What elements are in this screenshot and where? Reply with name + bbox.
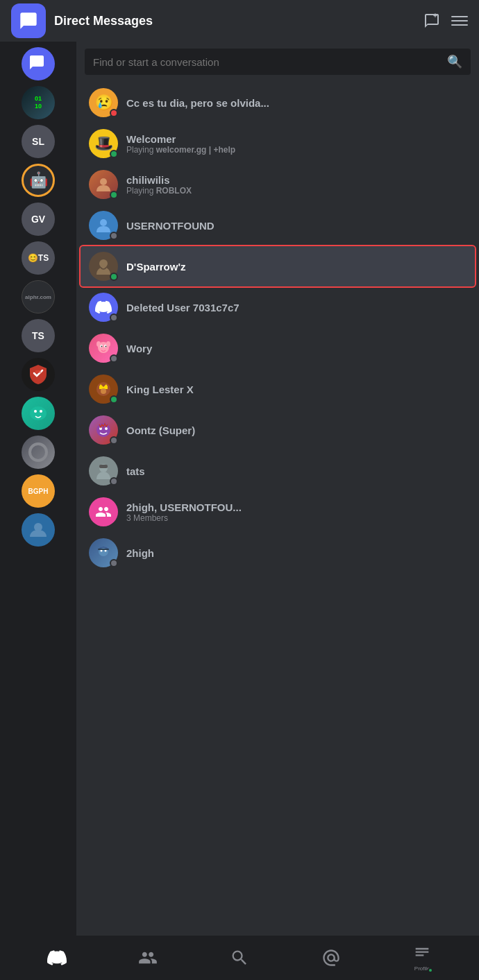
status-dot-online	[110, 273, 118, 281]
svg-point-10	[99, 259, 108, 268]
mentions-nav-icon	[321, 948, 341, 968]
dm-info: Wory	[126, 343, 467, 354]
list-item[interactable]: Oontz (Super)	[81, 410, 475, 450]
avatar-wrap	[89, 456, 118, 485]
status-dot-online	[110, 150, 118, 158]
sidebar-item-lego[interactable]: 🤖	[22, 164, 55, 197]
status-dot-offline	[110, 232, 118, 240]
dm-info: D'Sparrow'z	[126, 261, 467, 273]
search-icon: 🔍	[447, 54, 462, 69]
sidebar-item-red[interactable]	[22, 358, 55, 391]
sidebar-label-sl: SL	[32, 136, 44, 147]
status-dot-offline	[110, 313, 118, 322]
avatar-wrap	[89, 252, 118, 281]
lego-emoji: 🤖	[29, 171, 48, 189]
status-dot-online	[110, 395, 118, 404]
dm-name: Welcomer	[126, 133, 467, 145]
status-dot-offline	[110, 354, 118, 363]
page-title: Direct Messages	[54, 14, 423, 28]
dm-info: King Lester X	[126, 384, 467, 395]
svg-point-14	[101, 346, 103, 347]
dm-info: 2high	[126, 547, 467, 559]
list-item[interactable]: 😢 Cc es tu dia, pero se olvida...	[81, 83, 475, 123]
dm-name: 2high	[126, 547, 467, 559]
top-bar-actions: +	[423, 12, 468, 29]
profile-nav-icon	[412, 944, 432, 963]
sidebar-item-ts[interactable]: TS	[22, 319, 55, 352]
list-item[interactable]: 🎩 Welcomer Playing welcomer.gg | +help	[81, 123, 475, 164]
svg-point-4	[30, 406, 47, 420]
status-dot-offline	[110, 559, 118, 567]
status-dot-offline	[110, 477, 118, 485]
sidebar-item-gv[interactable]: GV	[22, 203, 55, 236]
list-item[interactable]: USERNOTFOUND	[81, 205, 475, 246]
avatar-wrap: 😢	[89, 88, 118, 117]
svg-point-16	[96, 341, 101, 347]
list-item[interactable]: 2high	[81, 533, 475, 573]
sidebar-item-circle[interactable]	[22, 436, 55, 469]
sidebar-item-bgph[interactable]: BGPH	[22, 474, 55, 508]
sidebar-item-emojits[interactable]: 😊TS	[22, 241, 55, 275]
svg-point-17	[106, 341, 110, 347]
main-content: 0110 SL 🤖 GV 😊TS alphr.com	[0, 42, 479, 936]
dm-name: Deleted User 7031c7c7	[126, 302, 467, 313]
sidebar-label-alphr: alphr.com	[25, 294, 51, 300]
list-item[interactable]: 2high, USERNOTFOU... 3 Members	[81, 492, 475, 532]
search-bar[interactable]: 🔍	[85, 49, 471, 75]
list-item-active[interactable]: D'Sparrow'z	[81, 246, 475, 286]
circle-icon	[28, 442, 48, 462]
dm-name: Oontz (Super)	[126, 424, 467, 436]
sidebar-item-photo[interactable]	[22, 513, 55, 547]
nav-item-profile[interactable]: Profile	[412, 944, 432, 972]
search-input[interactable]	[93, 56, 442, 68]
dm-info: USERNOTFOUND	[126, 220, 467, 232]
svg-rect-28	[98, 549, 109, 550]
sidebar-item-sl[interactable]: SL	[22, 125, 55, 158]
status-dot-online	[110, 191, 118, 199]
sidebar-item-dm[interactable]	[22, 47, 55, 80]
server-list: 0110 SL 🤖 GV 😊TS alphr.com	[0, 42, 76, 936]
svg-rect-1	[451, 16, 468, 17]
nav-item-discord[interactable]	[47, 948, 67, 968]
status-dot-dnd	[110, 109, 118, 117]
dm-info: tats	[126, 465, 467, 477]
list-item[interactable]: Wory	[81, 328, 475, 368]
dm-name: King Lester X	[126, 384, 467, 395]
avatar-wrap	[89, 211, 118, 240]
nav-item-search[interactable]	[230, 948, 249, 968]
menu-button[interactable]	[451, 12, 468, 29]
sidebar-item-alphr[interactable]: alphr.com	[22, 280, 55, 313]
dm-name: tats	[126, 465, 467, 477]
list-item[interactable]: chiliwilis Playing ROBLOX	[81, 164, 475, 205]
sidebar-label-bgph: BGPH	[28, 488, 49, 495]
search-nav-icon	[230, 948, 249, 968]
list-item[interactable]: tats	[81, 451, 475, 491]
avatar-wrap	[89, 293, 118, 322]
dm-app-icon[interactable]	[11, 3, 46, 38]
dm-status: 3 Members	[126, 513, 467, 523]
friends-nav-icon	[138, 948, 158, 968]
svg-point-22	[105, 427, 108, 430]
svg-point-8	[100, 178, 107, 185]
svg-rect-2	[451, 20, 468, 22]
sidebar-item-code[interactable]: 0110	[22, 86, 55, 119]
nav-item-mentions[interactable]	[321, 948, 341, 968]
bottom-nav: Profile	[0, 936, 479, 980]
svg-text:+: +	[433, 12, 437, 19]
list-item[interactable]: King Lester X	[81, 369, 475, 409]
avatar-wrap	[89, 334, 118, 363]
sidebar-item-teal[interactable]	[22, 397, 55, 430]
dm-list: 😢 Cc es tu dia, pero se olvida... 🎩	[76, 82, 479, 936]
avatar-wrap	[89, 415, 118, 445]
svg-point-15	[106, 346, 107, 347]
status-dot-offline	[110, 436, 118, 445]
avatar-wrap	[89, 170, 118, 199]
camera-person-icon	[27, 519, 49, 541]
avatar-wrap	[89, 538, 118, 567]
list-item[interactable]: Deleted User 7031c7c7	[81, 287, 475, 327]
svg-rect-3	[451, 24, 468, 26]
new-dm-button[interactable]: +	[423, 12, 440, 29]
nav-item-friends[interactable]	[138, 948, 158, 968]
app-container: Direct Messages +	[0, 0, 479, 980]
dm-name: Wory	[126, 343, 467, 354]
